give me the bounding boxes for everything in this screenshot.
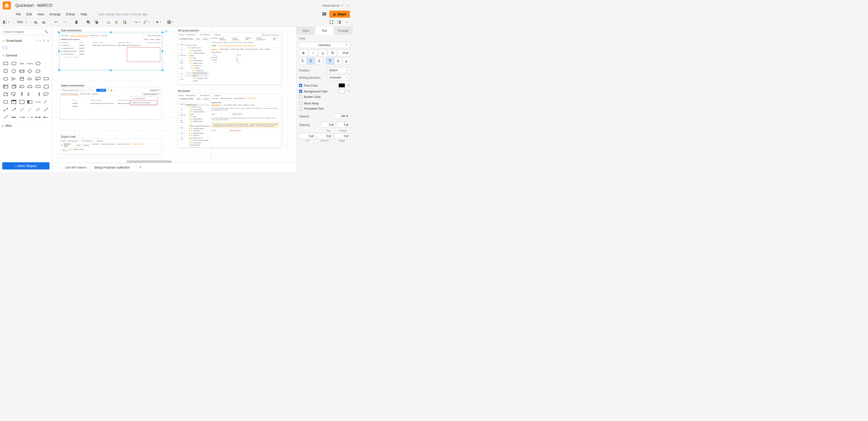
screenshot-set-query[interactable]: Home Workspaces˅ API Network˅ Explore 🔍 …	[178, 33, 282, 85]
shape-list-item[interactable]: List item	[35, 99, 41, 105]
shape-line2[interactable]	[35, 106, 41, 113]
shape-cylinder[interactable]	[19, 76, 25, 82]
menu-view[interactable]: View	[37, 12, 44, 16]
menu-file[interactable]: File	[16, 12, 21, 16]
shape-callout[interactable]	[35, 76, 41, 82]
screenshot-select-env[interactable]: 🔍 Search Postman 👥 Invite ⚙🔔⟳ Upgrade ▾ …	[60, 88, 162, 119]
spacing-left-input[interactable]	[299, 133, 315, 139]
tab-style[interactable]: Style	[296, 27, 315, 35]
insert-dropdown[interactable]: +▼	[156, 20, 162, 25]
shape-tape[interactable]	[35, 84, 41, 90]
to-back-icon[interactable]	[93, 19, 100, 25]
shape-arrow-bi[interactable]	[2, 106, 9, 113]
zoom-dropdown[interactable]: 75% ▼	[16, 20, 27, 24]
shape-hexagon[interactable]	[2, 76, 9, 82]
collapse-icon[interactable]: «	[344, 19, 350, 25]
shape-or[interactable]	[35, 91, 41, 97]
comments-icon[interactable]	[322, 12, 327, 17]
screenshot-set-bearer[interactable]: Home Workspaces˅ API Network˅ Explore ⊞M…	[178, 93, 282, 148]
shadow-icon[interactable]	[122, 19, 128, 25]
share-button[interactable]: Share	[329, 11, 350, 18]
zoom-out-icon[interactable]	[41, 19, 48, 25]
spacing-top-input[interactable]	[321, 122, 335, 127]
shape-parallelogram[interactable]	[35, 68, 41, 74]
word-wrap-checkbox[interactable]	[299, 102, 302, 105]
formatted-text-checkbox[interactable]	[299, 107, 302, 110]
shape-heading[interactable]: Heading	[27, 60, 33, 67]
writing-direction-select[interactable]: Automatic▼	[327, 75, 350, 80]
format-panel-icon[interactable]	[336, 19, 342, 25]
shape-circle[interactable]	[10, 68, 17, 74]
shape-thick-line[interactable]	[10, 114, 17, 121]
italic-button[interactable]: I	[309, 50, 318, 56]
pencil-icon[interactable]: ✎	[348, 84, 350, 87]
fill-color-icon[interactable]	[105, 19, 112, 25]
shape-blank2[interactable]	[43, 68, 50, 74]
vertical-text-button[interactable]	[328, 50, 337, 56]
zoom-in-icon[interactable]	[33, 19, 39, 25]
shape-ellipse[interactable]	[35, 60, 41, 67]
line-color-icon[interactable]	[114, 19, 120, 25]
font-color-checkbox[interactable]	[299, 84, 302, 87]
undo-icon[interactable]	[53, 19, 59, 25]
font-color-swatch[interactable]	[339, 84, 345, 88]
shape-container2[interactable]	[19, 99, 25, 105]
shape-step[interactable]	[19, 84, 25, 90]
scratchpad-header[interactable]: ▼ Scratchpad ? + ✎ ✕	[0, 37, 52, 44]
bg-color-checkbox[interactable]	[299, 90, 302, 93]
align-right-button[interactable]	[315, 58, 322, 64]
shape-note[interactable]	[2, 91, 9, 97]
menu-arrange[interactable]: Arrange	[50, 12, 61, 16]
page-tab-setup-postman[interactable]: Setup Postman collection ˄	[91, 164, 136, 171]
border-color-checkbox[interactable]	[299, 95, 302, 99]
view-mode-dropdown[interactable]: ▼	[3, 20, 10, 24]
shape-triangle[interactable]	[10, 76, 17, 82]
app-logo[interactable]	[3, 1, 11, 9]
shape-thin-arrow[interactable]	[19, 114, 25, 121]
shape-rectangle[interactable]	[2, 60, 9, 67]
add-page-icon[interactable]: +	[137, 165, 144, 170]
scratchpad-close-icon[interactable]: ✕	[47, 39, 50, 42]
user-menu-chevron-icon[interactable]: ▼	[341, 4, 343, 7]
waypoint-style-dropdown[interactable]: ▼	[143, 20, 150, 24]
shape-card[interactable]	[43, 84, 50, 90]
page-tab-menu-icon[interactable]: ˄	[131, 166, 132, 169]
shape-data-storage[interactable]	[2, 99, 9, 105]
search-icon[interactable]: 🔍	[44, 30, 48, 33]
theme-icon[interactable]: ☼	[346, 3, 350, 7]
menu-help[interactable]: Help	[81, 12, 87, 16]
scratchpad-help-icon[interactable]: ?	[36, 39, 37, 42]
shape-trapezoid[interactable]	[27, 84, 33, 90]
redo-icon[interactable]	[61, 19, 68, 25]
shape-and[interactable]	[43, 91, 50, 97]
valign-middle-button[interactable]	[335, 58, 342, 64]
shape-list[interactable]	[27, 99, 33, 105]
shape-dotted-arrow[interactable]	[27, 114, 33, 121]
shape-blank[interactable]	[43, 60, 50, 67]
user-name[interactable]: David Garcia	[322, 4, 339, 7]
opacity-input[interactable]	[334, 114, 350, 119]
page-tab-get-api[interactable]: Get API tokens	[62, 164, 90, 171]
screenshot-edit-env[interactable]: Overview MARCO Environment MARCO API Run…	[60, 33, 162, 70]
shape-rounded-rect[interactable]	[10, 60, 17, 67]
shape-connector2[interactable]	[43, 114, 50, 121]
shape-process[interactable]	[19, 68, 25, 74]
scratchpad-add-icon[interactable]: +	[39, 39, 41, 42]
shape-internal-storage[interactable]	[2, 84, 9, 90]
align-center-button[interactable]	[307, 58, 314, 64]
tab-arrange[interactable]: Arrange	[334, 27, 352, 35]
page-menu-icon[interactable]: ⋮	[54, 165, 61, 170]
shape-actor[interactable]	[19, 91, 25, 97]
shape-connector[interactable]	[35, 114, 41, 121]
document-title[interactable]: Quickstart - MARCO	[16, 3, 53, 8]
bg-color-swatch[interactable]	[339, 89, 345, 93]
delete-icon[interactable]	[73, 19, 80, 25]
misc-header[interactable]: ▶ Misc	[0, 122, 52, 129]
shape-arrow[interactable]	[10, 106, 17, 113]
shape-callout2[interactable]	[10, 91, 17, 97]
underline-button[interactable]: U	[318, 50, 327, 56]
shape-text[interactable]: Text	[19, 60, 25, 67]
connection-style-dropdown[interactable]: ▼	[133, 21, 141, 24]
table-dropdown[interactable]: ▼	[167, 20, 174, 24]
pencil-icon[interactable]: ✎	[348, 90, 350, 93]
